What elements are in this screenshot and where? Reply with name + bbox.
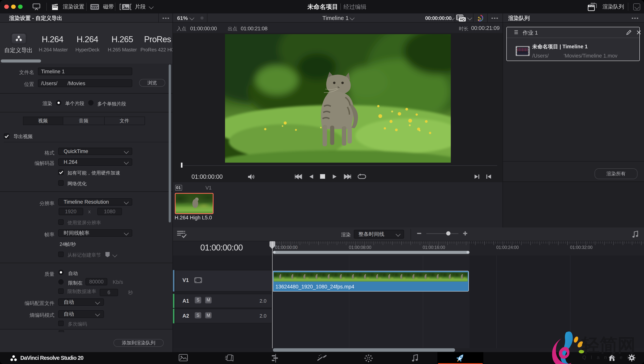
svg-text:HQ: HQ xyxy=(460,18,464,21)
svg-text:QIanNet: QIanNet xyxy=(582,354,633,360)
svg-text:轻简网: 轻简网 xyxy=(581,335,636,355)
